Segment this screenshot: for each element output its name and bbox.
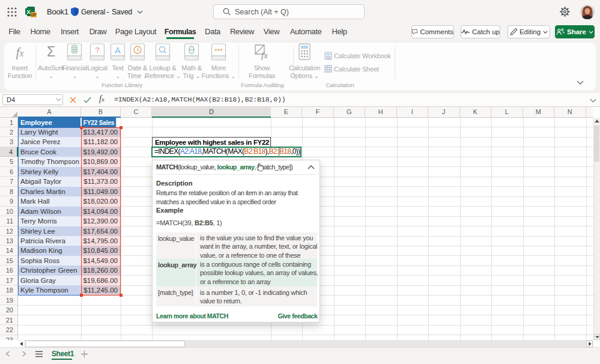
svg-text:X: X xyxy=(26,8,31,15)
svg-text:fx: fx xyxy=(261,50,268,60)
svg-text:?: ? xyxy=(95,46,99,55)
svg-text:A: A xyxy=(115,46,121,55)
svg-text:DF: DF xyxy=(31,13,37,17)
